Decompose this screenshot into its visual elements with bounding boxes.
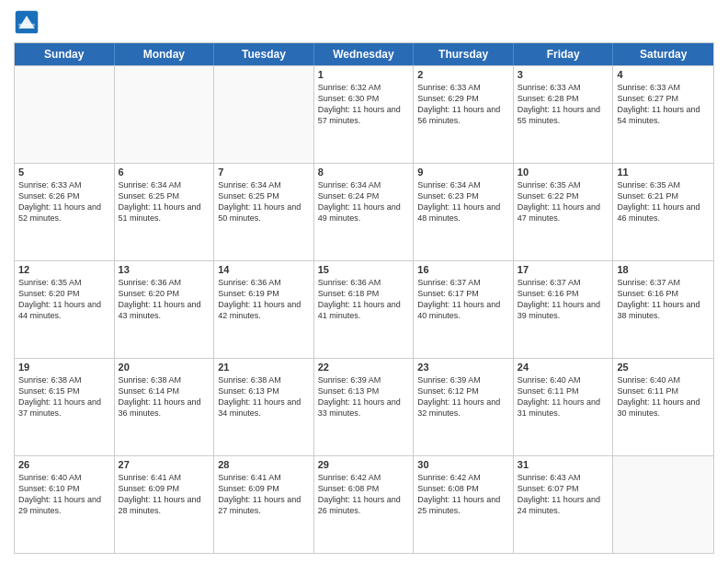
logo [14, 9, 43, 35]
day-number: 21 [218, 362, 310, 373]
cal-cell-day-4: 4Sunrise: 6:33 AM Sunset: 6:27 PM Daylig… [613, 66, 713, 163]
cal-cell-day-8: 8Sunrise: 6:34 AM Sunset: 6:24 PM Daylig… [314, 164, 415, 260]
cal-cell-day-17: 17Sunrise: 6:37 AM Sunset: 6:16 PM Dayli… [514, 261, 614, 358]
day-number: 23 [417, 362, 509, 373]
day-info: Sunrise: 6:36 AM Sunset: 6:18 PM Dayligh… [318, 277, 410, 322]
day-info: Sunrise: 6:38 AM Sunset: 6:15 PM Dayligh… [18, 374, 110, 419]
day-number: 30 [417, 459, 509, 470]
cal-cell-day-16: 16Sunrise: 6:37 AM Sunset: 6:17 PM Dayli… [414, 261, 514, 358]
day-info: Sunrise: 6:40 AM Sunset: 6:10 PM Dayligh… [18, 472, 110, 517]
day-number: 8 [318, 167, 410, 178]
day-info: Sunrise: 6:35 AM Sunset: 6:20 PM Dayligh… [18, 277, 110, 322]
day-number: 25 [617, 362, 710, 373]
day-info: Sunrise: 6:42 AM Sunset: 6:08 PM Dayligh… [417, 472, 509, 517]
header [14, 9, 714, 35]
day-number: 16 [417, 264, 509, 275]
cal-cell-day-21: 21Sunrise: 6:38 AM Sunset: 6:13 PM Dayli… [214, 359, 314, 455]
weekday-header-wednesday: Wednesday [314, 43, 415, 65]
weekday-header-thursday: Thursday [414, 43, 514, 65]
cal-cell-day-20: 20Sunrise: 6:38 AM Sunset: 6:14 PM Dayli… [115, 359, 215, 455]
cal-cell-day-26: 26Sunrise: 6:40 AM Sunset: 6:10 PM Dayli… [15, 456, 115, 553]
day-number: 18 [617, 264, 710, 275]
day-info: Sunrise: 6:33 AM Sunset: 6:29 PM Dayligh… [417, 82, 509, 127]
cal-row-0: 1Sunrise: 6:32 AM Sunset: 6:30 PM Daylig… [15, 65, 713, 163]
weekday-header-saturday: Saturday [613, 43, 713, 65]
day-info: Sunrise: 6:32 AM Sunset: 6:30 PM Dayligh… [318, 82, 410, 127]
cal-cell-day-29: 29Sunrise: 6:42 AM Sunset: 6:08 PM Dayli… [314, 456, 415, 553]
cal-cell-empty [115, 66, 215, 163]
day-number: 14 [218, 264, 310, 275]
cal-row-3: 19Sunrise: 6:38 AM Sunset: 6:15 PM Dayli… [15, 358, 713, 455]
cal-cell-day-12: 12Sunrise: 6:35 AM Sunset: 6:20 PM Dayli… [15, 261, 115, 358]
day-info: Sunrise: 6:35 AM Sunset: 6:21 PM Dayligh… [617, 179, 710, 224]
cal-cell-day-25: 25Sunrise: 6:40 AM Sunset: 6:11 PM Dayli… [613, 359, 713, 455]
calendar-header: SundayMondayTuesdayWednesdayThursdayFrid… [15, 43, 713, 65]
svg-rect-2 [18, 24, 35, 27]
day-number: 13 [119, 264, 210, 275]
cal-row-1: 5Sunrise: 6:33 AM Sunset: 6:26 PM Daylig… [15, 163, 713, 260]
day-number: 3 [518, 69, 609, 80]
cal-cell-day-22: 22Sunrise: 6:39 AM Sunset: 6:13 PM Dayli… [314, 359, 415, 455]
cal-cell-day-23: 23Sunrise: 6:39 AM Sunset: 6:12 PM Dayli… [414, 359, 514, 455]
cal-cell-day-9: 9Sunrise: 6:34 AM Sunset: 6:23 PM Daylig… [414, 164, 514, 260]
day-info: Sunrise: 6:41 AM Sunset: 6:09 PM Dayligh… [119, 472, 210, 517]
cal-cell-day-2: 2Sunrise: 6:33 AM Sunset: 6:29 PM Daylig… [414, 66, 514, 163]
weekday-header-friday: Friday [514, 43, 614, 65]
cal-cell-day-19: 19Sunrise: 6:38 AM Sunset: 6:15 PM Dayli… [15, 359, 115, 455]
day-number: 7 [218, 167, 310, 178]
page: SundayMondayTuesdayWednesdayThursdayFrid… [0, 0, 728, 563]
day-number: 2 [417, 69, 509, 80]
day-info: Sunrise: 6:33 AM Sunset: 6:28 PM Dayligh… [518, 82, 609, 127]
cal-cell-day-14: 14Sunrise: 6:36 AM Sunset: 6:19 PM Dayli… [214, 261, 314, 358]
day-number: 26 [18, 459, 110, 470]
calendar: SundayMondayTuesdayWednesdayThursdayFrid… [14, 42, 714, 554]
logo-icon [14, 9, 40, 35]
day-info: Sunrise: 6:36 AM Sunset: 6:20 PM Dayligh… [119, 277, 210, 322]
cal-cell-day-13: 13Sunrise: 6:36 AM Sunset: 6:20 PM Dayli… [115, 261, 215, 358]
day-number: 1 [318, 69, 410, 80]
cal-cell-day-27: 27Sunrise: 6:41 AM Sunset: 6:09 PM Dayli… [115, 456, 215, 553]
day-info: Sunrise: 6:37 AM Sunset: 6:17 PM Dayligh… [417, 277, 509, 322]
cal-cell-empty [613, 456, 713, 553]
day-number: 28 [218, 459, 310, 470]
day-info: Sunrise: 6:37 AM Sunset: 6:16 PM Dayligh… [518, 277, 609, 322]
day-info: Sunrise: 6:39 AM Sunset: 6:13 PM Dayligh… [318, 374, 410, 419]
day-number: 22 [318, 362, 410, 373]
day-number: 10 [518, 167, 609, 178]
cal-cell-empty [214, 66, 314, 163]
day-number: 9 [417, 167, 509, 178]
cal-cell-day-15: 15Sunrise: 6:36 AM Sunset: 6:18 PM Dayli… [314, 261, 415, 358]
day-number: 12 [18, 264, 110, 275]
day-info: Sunrise: 6:38 AM Sunset: 6:14 PM Dayligh… [119, 374, 210, 419]
day-number: 24 [518, 362, 609, 373]
day-number: 27 [119, 459, 210, 470]
cal-cell-day-3: 3Sunrise: 6:33 AM Sunset: 6:28 PM Daylig… [514, 66, 614, 163]
cal-cell-day-6: 6Sunrise: 6:34 AM Sunset: 6:25 PM Daylig… [115, 164, 215, 260]
day-info: Sunrise: 6:34 AM Sunset: 6:23 PM Dayligh… [417, 179, 509, 224]
cal-cell-day-24: 24Sunrise: 6:40 AM Sunset: 6:11 PM Dayli… [514, 359, 614, 455]
day-number: 4 [617, 69, 710, 80]
cal-cell-day-28: 28Sunrise: 6:41 AM Sunset: 6:09 PM Dayli… [214, 456, 314, 553]
day-info: Sunrise: 6:37 AM Sunset: 6:16 PM Dayligh… [617, 277, 710, 322]
cal-cell-day-18: 18Sunrise: 6:37 AM Sunset: 6:16 PM Dayli… [613, 261, 713, 358]
day-number: 6 [119, 167, 210, 178]
weekday-header-sunday: Sunday [15, 43, 115, 65]
weekday-header-tuesday: Tuesday [214, 43, 314, 65]
day-info: Sunrise: 6:38 AM Sunset: 6:13 PM Dayligh… [218, 374, 310, 419]
cal-cell-day-7: 7Sunrise: 6:34 AM Sunset: 6:25 PM Daylig… [214, 164, 314, 260]
cal-cell-day-5: 5Sunrise: 6:33 AM Sunset: 6:26 PM Daylig… [15, 164, 115, 260]
calendar-body: 1Sunrise: 6:32 AM Sunset: 6:30 PM Daylig… [15, 65, 713, 553]
day-info: Sunrise: 6:36 AM Sunset: 6:19 PM Dayligh… [218, 277, 310, 322]
day-number: 29 [318, 459, 410, 470]
day-info: Sunrise: 6:42 AM Sunset: 6:08 PM Dayligh… [318, 472, 410, 517]
day-info: Sunrise: 6:43 AM Sunset: 6:07 PM Dayligh… [518, 472, 609, 517]
day-info: Sunrise: 6:34 AM Sunset: 6:25 PM Dayligh… [119, 179, 210, 224]
day-number: 15 [318, 264, 410, 275]
cal-cell-day-31: 31Sunrise: 6:43 AM Sunset: 6:07 PM Dayli… [514, 456, 614, 553]
day-info: Sunrise: 6:40 AM Sunset: 6:11 PM Dayligh… [617, 374, 710, 419]
day-number: 20 [119, 362, 210, 373]
cal-cell-day-10: 10Sunrise: 6:35 AM Sunset: 6:22 PM Dayli… [514, 164, 614, 260]
day-number: 19 [18, 362, 110, 373]
day-info: Sunrise: 6:34 AM Sunset: 6:25 PM Dayligh… [218, 179, 310, 224]
day-number: 5 [18, 167, 110, 178]
